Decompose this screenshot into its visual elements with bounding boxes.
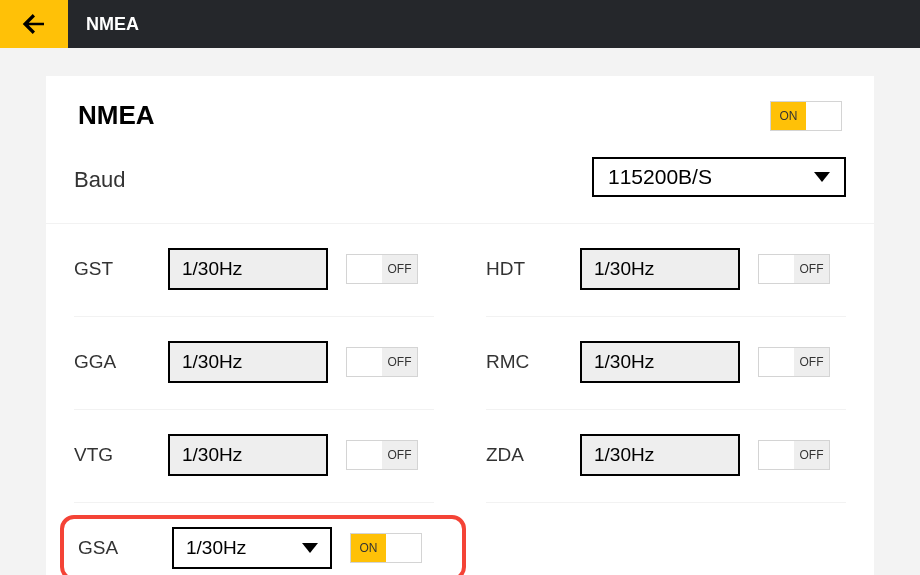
back-arrow-icon: [19, 9, 49, 39]
zda-label: ZDA: [486, 444, 580, 466]
toggle-handle: [347, 255, 382, 283]
gga-value: 1/30Hz: [182, 351, 242, 373]
card-title: NMEA: [78, 100, 155, 131]
hdt-label: HDT: [486, 258, 580, 280]
row-vtg: VTG 1/30Hz OFF: [74, 410, 434, 503]
zda-toggle[interactable]: OFF: [758, 440, 830, 470]
toggle-handle: [347, 348, 382, 376]
row-gsa-highlighted: GSA 1/30Hz ON: [60, 515, 466, 575]
toggle-handle: [759, 441, 794, 469]
zda-value: 1/30Hz: [594, 444, 654, 466]
row-gst: GST 1/30Hz OFF: [74, 224, 434, 317]
gga-label: GGA: [74, 351, 168, 373]
chevron-down-icon: [302, 543, 318, 553]
gga-select[interactable]: 1/30Hz: [168, 341, 328, 383]
toggle-handle: [759, 255, 794, 283]
row-zda: ZDA 1/30Hz OFF: [486, 410, 846, 503]
hdt-value: 1/30Hz: [594, 258, 654, 280]
rmc-label: RMC: [486, 351, 580, 373]
rmc-select[interactable]: 1/30Hz: [580, 341, 740, 383]
settings-area: Baud 115200B/S GST 1/30Hz OFF HDT 1/30Hz…: [46, 153, 874, 575]
hdt-toggle[interactable]: OFF: [758, 254, 830, 284]
gsa-select[interactable]: 1/30Hz: [172, 527, 332, 569]
chevron-down-icon: [814, 172, 830, 182]
vtg-select[interactable]: 1/30Hz: [168, 434, 328, 476]
toggle-off-label: OFF: [794, 255, 829, 283]
zda-select[interactable]: 1/30Hz: [580, 434, 740, 476]
gst-label: GST: [74, 258, 168, 280]
gst-value: 1/30Hz: [182, 258, 242, 280]
rmc-value: 1/30Hz: [594, 351, 654, 373]
gst-toggle[interactable]: OFF: [346, 254, 418, 284]
row-rmc: RMC 1/30Hz OFF: [486, 317, 846, 410]
sentence-grid: GST 1/30Hz OFF HDT 1/30Hz OFF GGA 1/30Hz: [46, 224, 874, 503]
gga-toggle[interactable]: OFF: [346, 347, 418, 377]
vtg-toggle[interactable]: OFF: [346, 440, 418, 470]
toggle-off-label: OFF: [382, 441, 417, 469]
gsa-label: GSA: [78, 537, 172, 559]
toggle-handle: [347, 441, 382, 469]
toggle-handle: [759, 348, 794, 376]
toggle-off-label: OFF: [794, 441, 829, 469]
gst-select[interactable]: 1/30Hz: [168, 248, 328, 290]
rmc-toggle[interactable]: OFF: [758, 347, 830, 377]
row-hdt: HDT 1/30Hz OFF: [486, 224, 846, 317]
gsa-container: GSA 1/30Hz ON: [46, 515, 874, 575]
toggle-off-label: OFF: [794, 348, 829, 376]
baud-row: Baud 115200B/S: [46, 153, 874, 224]
gsa-toggle[interactable]: ON: [350, 533, 422, 563]
toggle-off-label: OFF: [382, 255, 417, 283]
gsa-value: 1/30Hz: [186, 537, 246, 559]
baud-value: 115200B/S: [608, 165, 712, 189]
toggle-on-label: ON: [351, 534, 386, 562]
baud-select[interactable]: 115200B/S: [592, 157, 846, 197]
toggle-off-label: OFF: [382, 348, 417, 376]
toggle-handle: [806, 102, 841, 130]
top-bar: NMEA: [0, 0, 920, 48]
nmea-card: NMEA ON: [46, 76, 874, 153]
toggle-on-label: ON: [771, 102, 806, 130]
back-button[interactable]: [0, 0, 68, 48]
row-gga: GGA 1/30Hz OFF: [74, 317, 434, 410]
vtg-value: 1/30Hz: [182, 444, 242, 466]
nmea-toggle[interactable]: ON: [770, 101, 842, 131]
baud-label: Baud: [74, 167, 174, 193]
hdt-select[interactable]: 1/30Hz: [580, 248, 740, 290]
header-title: NMEA: [86, 14, 139, 35]
vtg-label: VTG: [74, 444, 168, 466]
toggle-handle: [386, 534, 421, 562]
